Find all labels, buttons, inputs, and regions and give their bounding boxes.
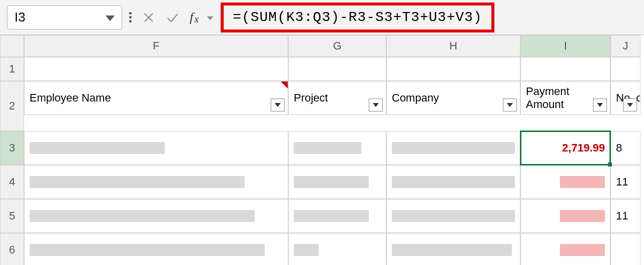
cell-value: 8 (616, 142, 622, 154)
redacted-content (30, 210, 255, 222)
cell-G5[interactable] (288, 199, 386, 233)
col-head-F[interactable]: F (24, 35, 288, 57)
cell-F3[interactable] (24, 131, 288, 165)
x-icon (143, 12, 154, 23)
cell-I3[interactable]: 2,719.99 (520, 131, 610, 165)
filter-button[interactable] (503, 98, 517, 112)
filter-button[interactable] (593, 98, 607, 112)
cell-G3[interactable] (288, 131, 386, 165)
cell-H6[interactable] (386, 233, 520, 265)
row-head-3[interactable]: 3 (0, 131, 24, 165)
chevron-down-icon[interactable] (207, 16, 214, 20)
cell-F1[interactable] (24, 57, 288, 81)
cell-J3[interactable]: 8 (610, 131, 640, 165)
cell-I1[interactable] (520, 57, 610, 81)
redacted-content (294, 176, 369, 188)
cell-J1[interactable] (610, 57, 640, 81)
row-head-4[interactable]: 4 (0, 165, 24, 199)
redacted-content (392, 210, 515, 222)
header-label: Employee Name (30, 92, 111, 104)
cell-J5[interactable]: 11 (610, 199, 640, 233)
cell-H3[interactable] (386, 131, 520, 165)
check-icon (166, 12, 179, 23)
cell-H1[interactable] (386, 57, 520, 81)
cell-I6[interactable] (520, 233, 610, 265)
row-head-2[interactable]: 2 (0, 81, 24, 131)
fx-icon[interactable]: fx (190, 10, 199, 25)
filter-button[interactable] (271, 98, 285, 112)
header-employee-name[interactable]: Employee Name (24, 81, 288, 115)
header-label: Project (294, 92, 328, 104)
chevron-down-icon (106, 16, 115, 21)
header-payment-amount[interactable]: Payment Amount (520, 81, 610, 115)
redacted-content (30, 176, 245, 188)
triangle-down-icon (507, 103, 513, 107)
row-head-6[interactable]: 6 (0, 233, 24, 265)
select-all-corner[interactable] (0, 35, 24, 57)
cell-I4[interactable] (520, 165, 610, 199)
cell-I5[interactable] (520, 199, 610, 233)
redacted-content (294, 210, 369, 222)
header-company[interactable]: Company (386, 81, 520, 115)
redacted-content (560, 210, 605, 222)
cell-G1[interactable] (288, 57, 386, 81)
row-head-1[interactable]: 1 (0, 57, 24, 81)
col-head-I[interactable]: I (520, 35, 610, 57)
cell-F6[interactable] (24, 233, 288, 265)
comment-indicator-icon[interactable] (281, 82, 288, 88)
cell-J6[interactable] (610, 233, 640, 265)
cell-value: 11 (616, 176, 628, 188)
more-options-icon[interactable] (129, 12, 132, 22)
redacted-content (294, 142, 361, 154)
redacted-content (30, 142, 165, 154)
cell-F4[interactable] (24, 165, 288, 199)
triangle-down-icon (275, 103, 281, 107)
redacted-content (560, 176, 605, 188)
redacted-content (392, 142, 515, 154)
triangle-down-icon (373, 103, 379, 107)
cell-value: 2,719.99 (562, 142, 605, 154)
header-label: Company (392, 92, 439, 104)
formula-input[interactable]: =(SUM(K3:Q3)-R3-S3+T3+U3+V3) (221, 2, 494, 32)
header-project[interactable]: Project (288, 81, 386, 115)
formula-bar: I3 fx =(SUM(K3:Q3)-R3-S3+T3+U3+V3) (0, 0, 644, 35)
redacted-content (294, 244, 319, 256)
cell-G6[interactable] (288, 233, 386, 265)
redacted-content (560, 244, 605, 256)
filter-button[interactable] (369, 98, 383, 112)
cancel-formula-button[interactable] (139, 8, 159, 28)
cell-H5[interactable] (386, 199, 520, 233)
triangle-down-icon (627, 103, 633, 107)
triangle-down-icon (597, 103, 603, 107)
redacted-content (392, 176, 515, 188)
spreadsheet: F G H I J 1 2 Employee Name Project Comp… (0, 35, 644, 265)
col-head-J[interactable]: J (610, 35, 640, 57)
confirm-formula-button[interactable] (163, 8, 183, 28)
name-box-value: I3 (15, 10, 26, 25)
redacted-content (392, 244, 512, 256)
col-head-G[interactable]: G (288, 35, 386, 57)
col-head-H[interactable]: H (386, 35, 520, 57)
formula-text: =(SUM(K3:Q3)-R3-S3+T3+U3+V3) (233, 10, 482, 25)
cell-H4[interactable] (386, 165, 520, 199)
filter-button[interactable] (623, 98, 637, 112)
cell-F5[interactable] (24, 199, 288, 233)
cell-value: 11 (616, 210, 628, 222)
cell-J4[interactable]: 11 (610, 165, 640, 199)
header-no-of[interactable]: No. of (610, 81, 640, 115)
name-box[interactable]: I3 (7, 6, 122, 30)
redacted-content (30, 244, 265, 256)
cell-G4[interactable] (288, 165, 386, 199)
row-head-5[interactable]: 5 (0, 199, 24, 233)
